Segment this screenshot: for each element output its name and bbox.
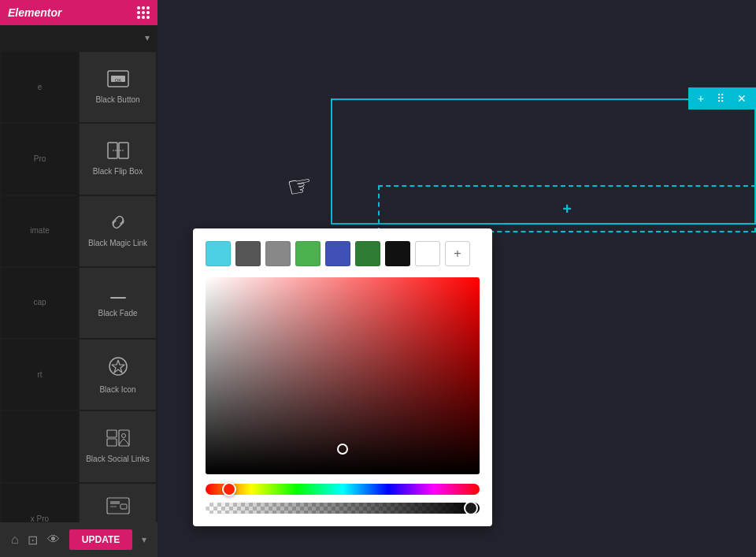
inner-dashed-section[interactable]: + bbox=[378, 185, 756, 232]
black-social-links-icon bbox=[106, 429, 130, 450]
hue-thumb[interactable] bbox=[222, 482, 236, 496]
widget-item-left-placeholder-2[interactable]: Pro bbox=[2, 124, 78, 194]
black-magic-link-icon bbox=[107, 214, 129, 234]
responsive-icon[interactable]: ⊡ bbox=[28, 533, 38, 548]
hue-slider-container bbox=[206, 484, 480, 495]
home-icon[interactable]: ⌂ bbox=[11, 533, 19, 547]
black-magic-link-label: Black Magic Link bbox=[88, 239, 147, 248]
canvas-close-button[interactable]: ✕ bbox=[734, 91, 750, 106]
svg-rect-14 bbox=[110, 501, 120, 504]
eye-icon[interactable]: 👁 bbox=[47, 533, 60, 547]
svg-rect-15 bbox=[110, 506, 117, 507]
bottom-bar: ⌂ ⊡ 👁 UPDATE ▾ bbox=[0, 522, 158, 557]
black-fade-icon bbox=[107, 287, 129, 304]
widget-item-black-magic-link[interactable]: Black Magic Link bbox=[80, 196, 156, 266]
swatch-green2[interactable] bbox=[355, 241, 380, 266]
sidebar: Elementor ▾ e OK Black Button bbox=[0, 0, 158, 557]
sidebar-header: Elementor bbox=[0, 0, 158, 25]
hand-cursor: ☞ bbox=[285, 168, 316, 205]
swatch-black[interactable] bbox=[385, 241, 410, 266]
widget-item-left-placeholder-1[interactable]: e bbox=[2, 52, 78, 122]
add-swatch-button[interactable]: + bbox=[445, 241, 470, 266]
widget-item-black-icon[interactable]: Black Icon bbox=[80, 340, 156, 410]
gradient-picker-handle[interactable] bbox=[337, 444, 348, 455]
black-icon-label: Black Icon bbox=[99, 385, 135, 395]
widget-item-black-flip-box[interactable]: Black Flip Box bbox=[80, 124, 156, 194]
svg-rect-9 bbox=[107, 430, 117, 437]
svg-text:OK: OK bbox=[114, 78, 121, 83]
widget-item-black-button[interactable]: OK Black Button bbox=[80, 52, 156, 122]
widget-partial-label-2: Pro bbox=[34, 154, 46, 164]
color-gradient-box[interactable] bbox=[206, 277, 480, 474]
widgets-grid: e OK Black Button Pro bbox=[0, 50, 158, 557]
widget-partial-label-4: cap bbox=[33, 298, 46, 307]
black-flip-box-label: Black Flip Box bbox=[93, 167, 143, 176]
swatch-white[interactable] bbox=[415, 241, 440, 266]
color-swatches-row: + bbox=[206, 241, 480, 266]
swatch-dark-gray[interactable] bbox=[235, 241, 261, 266]
widget-partial-label-5: rt bbox=[37, 370, 42, 380]
widget-item-left-cap[interactable]: cap bbox=[2, 268, 78, 338]
swatch-blue[interactable] bbox=[325, 241, 350, 266]
svg-rect-13 bbox=[107, 498, 129, 514]
swatch-gray[interactable] bbox=[265, 241, 291, 266]
svg-marker-8 bbox=[112, 360, 124, 373]
chevron-down-icon: ▾ bbox=[145, 32, 150, 43]
color-picker-popup: + bbox=[193, 228, 492, 526]
inner-add-icon[interactable]: + bbox=[562, 200, 572, 218]
canvas-toolbar: + ⠿ ✕ bbox=[688, 87, 756, 110]
widget-partial-label-3: imate bbox=[30, 226, 49, 236]
black-fade-label: Black Fade bbox=[98, 309, 137, 318]
black-icon-icon bbox=[107, 355, 129, 381]
main-canvas: + ⠿ ✕ + ☞ + bbox=[158, 0, 756, 557]
canvas-add-button[interactable]: + bbox=[695, 91, 707, 106]
widget-item-left-imate[interactable]: imate bbox=[2, 196, 78, 266]
widget-partial-label: e bbox=[38, 83, 43, 92]
black-flip-box-icon bbox=[107, 142, 129, 162]
widget-item-black-social-links[interactable]: Black Social Links bbox=[80, 411, 156, 481]
svg-rect-16 bbox=[120, 504, 127, 509]
canvas-grid-button[interactable]: ⠿ bbox=[713, 91, 728, 106]
widget-item-left-placeholder-6[interactable] bbox=[2, 411, 78, 481]
opacity-slider-container bbox=[206, 503, 480, 514]
black-button-label: Black Button bbox=[95, 95, 139, 105]
black-social-links-label: Black Social Links bbox=[86, 455, 150, 464]
opacity-thumb[interactable] bbox=[464, 503, 478, 514]
opacity-gradient bbox=[206, 503, 480, 514]
update-button[interactable]: UPDATE bbox=[69, 529, 132, 550]
svg-rect-6 bbox=[110, 297, 126, 299]
svg-rect-10 bbox=[107, 439, 117, 446]
hue-slider[interactable] bbox=[206, 484, 480, 495]
swatch-cyan[interactable] bbox=[206, 241, 231, 266]
widget-item-left-rt[interactable]: rt bbox=[2, 340, 78, 410]
elementor-logo: Elementor bbox=[8, 6, 61, 19]
black-cta-icon bbox=[106, 497, 130, 518]
opacity-slider[interactable] bbox=[206, 503, 480, 514]
black-button-icon: OK bbox=[107, 70, 129, 91]
sidebar-collapse[interactable]: ▾ bbox=[0, 25, 158, 50]
grid-menu-icon[interactable] bbox=[137, 6, 150, 19]
svg-point-12 bbox=[121, 434, 125, 438]
widget-item-black-fade[interactable]: Black Fade bbox=[80, 268, 156, 338]
swatch-green[interactable] bbox=[295, 241, 321, 266]
update-arrow-icon[interactable]: ▾ bbox=[142, 534, 146, 545]
